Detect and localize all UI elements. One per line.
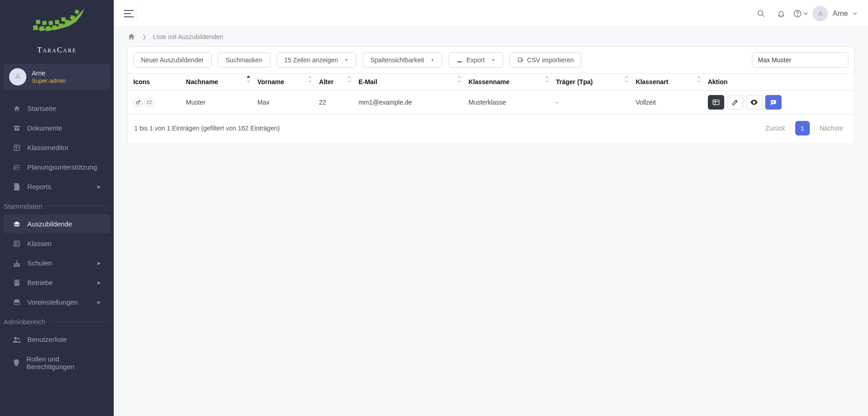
svg-rect-23 (14, 169, 15, 170)
table-card: Neuer Auszubildender Suchmasken 15 Zeile… (127, 46, 854, 144)
page-next-button[interactable]: Nächste (815, 122, 848, 135)
nav-klasseneditor[interactable]: Klasseneditor (4, 138, 110, 157)
svg-rect-13 (14, 125, 20, 127)
svg-rect-22 (14, 167, 15, 168)
cell-klassenname: Musterklasse (465, 90, 552, 115)
table-search-input[interactable] (752, 52, 848, 68)
nav-benutzerliste[interactable]: Benutzerliste (4, 330, 110, 349)
label: Klassenname (469, 78, 510, 85)
notifications-button[interactable] (773, 6, 789, 21)
breadcrumb-current: Liste mit Auszubildenden (153, 33, 223, 40)
svg-rect-1 (39, 26, 45, 31)
row-icons: 22 (133, 98, 179, 107)
home-icon (13, 105, 21, 112)
action-comment-button[interactable] (765, 95, 782, 110)
col-traeger[interactable]: Träger (Tpa) (552, 74, 632, 90)
sidebar-user-card[interactable]: A Arne Super-admin (4, 64, 110, 90)
label: Nachname (186, 78, 218, 85)
search-button[interactable] (753, 6, 769, 21)
users-icon (13, 336, 21, 343)
avatar: A (9, 68, 26, 85)
nav-klassen[interactable]: Klassen (4, 234, 110, 253)
svg-rect-30 (17, 281, 18, 281)
svg-rect-14 (15, 128, 20, 130)
nav-label: Betriebe (27, 279, 53, 286)
col-vorname[interactable]: Vorname (254, 74, 315, 90)
label: 15 Zeilen anzeigen (284, 56, 338, 64)
caret-right-icon: ▶ (97, 280, 101, 285)
nav-planung[interactable]: Planungsunterstützung (4, 158, 110, 176)
nav-startseite[interactable]: Startseite (4, 99, 110, 118)
nav-label: Rollen und Berechtigungen (26, 355, 101, 371)
export-button[interactable]: Export▼ (449, 52, 503, 68)
label: Neuer Auszubildender (141, 56, 204, 64)
building-icon (13, 279, 21, 286)
searchmasks-button[interactable]: Suchmasken (218, 52, 270, 68)
nav-label: Schulen (27, 259, 52, 267)
caret-right-icon: ▶ (97, 184, 101, 189)
svg-rect-28 (15, 280, 20, 286)
brand-name: TaraCare (9, 45, 105, 55)
col-klassenart[interactable]: Klassenart (632, 74, 704, 90)
import-icon (517, 57, 524, 63)
svg-rect-43 (713, 100, 719, 105)
nav-auszubildende[interactable]: Auszubildende (4, 215, 110, 233)
action-edit-button[interactable] (727, 95, 743, 110)
svg-line-37 (762, 15, 764, 17)
nav-reports[interactable]: Reports ▶ (4, 177, 110, 196)
col-alter[interactable]: Alter (315, 74, 355, 90)
svg-rect-0 (33, 25, 38, 30)
csv-import-button[interactable]: CSV importieren (510, 52, 582, 68)
rows-per-page-button[interactable]: 15 Zeilen anzeigen▼ (277, 52, 356, 68)
nav-label: Reports (27, 183, 51, 190)
nav-label: Klasseneditor (27, 144, 69, 151)
col-aktion: Aktion (704, 74, 854, 90)
label: Klassenart (636, 78, 668, 85)
page-prev-button[interactable]: Zurück (761, 122, 790, 135)
nav-label: Planungsunterstützung (27, 163, 97, 171)
action-view-button[interactable] (746, 95, 762, 110)
nav-rollen[interactable]: Rollen und Berechtigungen (4, 350, 110, 376)
nav-main: Startseite Dokumente Klasseneditor Planu… (0, 96, 114, 384)
caret-down-icon: ▼ (491, 58, 495, 62)
label: Suchmasken (226, 56, 262, 64)
svg-rect-10 (48, 20, 53, 25)
caret-down-icon: ▼ (430, 58, 434, 62)
svg-point-35 (18, 337, 20, 340)
nav-voreinstellungen[interactable]: Voreinstellungen ▶ (4, 293, 110, 311)
svg-rect-16 (14, 145, 20, 150)
col-klassenname[interactable]: Klassenname (465, 74, 552, 90)
col-email[interactable]: E-Mail (355, 74, 465, 90)
trainees-table: Icons Nachname Vorname Alter E-Mail Klas… (128, 73, 854, 115)
label: Träger (Tpa) (556, 78, 593, 85)
help-button[interactable] (793, 6, 808, 21)
svg-rect-15 (16, 128, 18, 129)
logo-mark-icon (30, 5, 84, 43)
help-icon (793, 10, 802, 18)
nav-label: Voreinstellungen (27, 298, 78, 306)
col-nachname[interactable]: Nachname (182, 74, 254, 90)
svg-rect-2 (45, 26, 50, 31)
nav-schulen[interactable]: Schulen ▶ (4, 254, 110, 272)
nav-dokumente[interactable]: Dokumente (4, 119, 110, 137)
page-number[interactable]: 1 (795, 121, 810, 135)
table-icon (712, 99, 720, 105)
breadcrumb-home[interactable] (127, 33, 136, 41)
menu-toggle[interactable] (122, 7, 137, 20)
svg-point-34 (14, 337, 17, 340)
svg-rect-8 (35, 20, 40, 25)
new-trainee-button[interactable]: Neuer Auszubildender (133, 52, 212, 68)
nav-label: Startseite (27, 105, 56, 112)
svg-rect-40 (518, 58, 521, 62)
svg-rect-5 (65, 20, 70, 25)
section-admin: Adminbereich (0, 314, 114, 329)
user-name: Arne (32, 70, 66, 77)
topbar: A Arne (114, 0, 868, 27)
action-details-button[interactable] (708, 95, 724, 110)
column-visibility-button[interactable]: Spaltensichtbarkeit▼ (363, 52, 442, 68)
user-menu[interactable]: A Arne (812, 6, 857, 21)
svg-rect-32 (17, 282, 18, 283)
label: E-Mail (358, 78, 377, 85)
svg-rect-31 (15, 282, 16, 283)
nav-betriebe[interactable]: Betriebe ▶ (4, 273, 110, 292)
